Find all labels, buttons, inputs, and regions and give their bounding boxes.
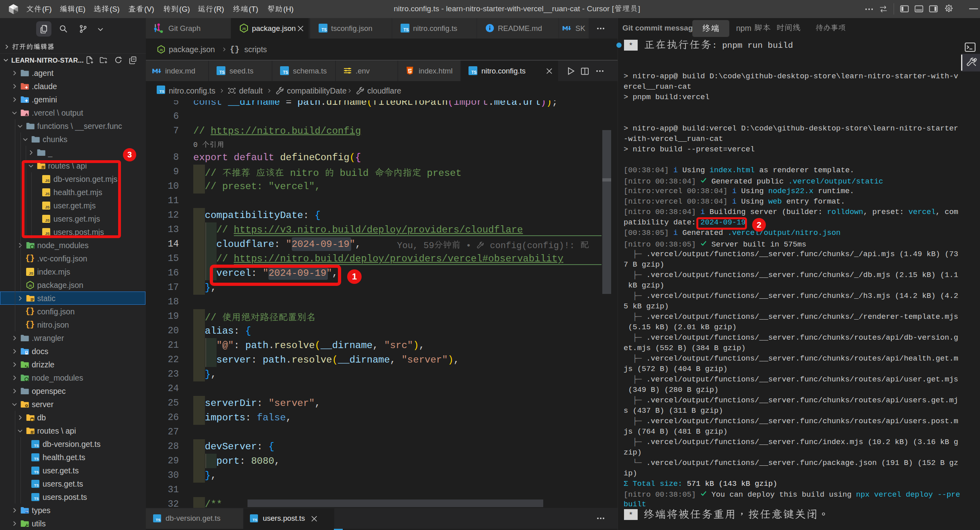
svg-text:TS: TS [25,510,29,513]
svg-text:JS: JS [242,27,246,31]
svg-text:JS: JS [28,284,32,287]
svg-text:JS: JS [160,49,163,52]
